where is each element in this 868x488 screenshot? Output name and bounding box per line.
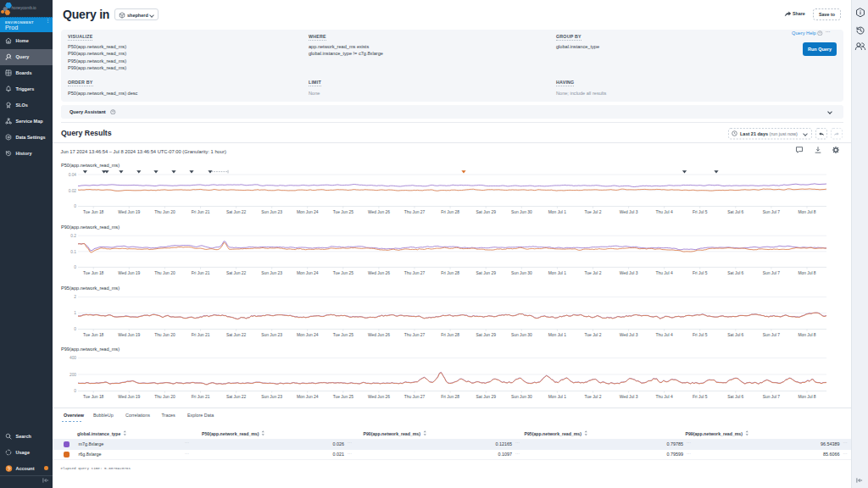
svg-text:Sun Jun 23: Sun Jun 23 [261, 271, 282, 275]
svg-text:P90(app.network_read_ms): P90(app.network_read_ms) [61, 225, 120, 230]
svg-text:Sat Jul 6: Sat Jul 6 [727, 210, 743, 214]
svg-text:Sun Jun 30: Sun Jun 30 [511, 271, 532, 275]
svg-text:Sat Jun 22: Sat Jun 22 [226, 210, 247, 214]
svg-text:Sun Jun 23: Sun Jun 23 [261, 395, 282, 399]
svg-text:Sun Jun 30: Sun Jun 30 [511, 395, 532, 399]
svg-text:Fri Jun 28: Fri Jun 28 [441, 271, 459, 275]
svg-text:Tue Jul 2: Tue Jul 2 [585, 395, 602, 399]
svg-text:Wed Jun 19: Wed Jun 19 [118, 333, 140, 337]
svg-text:Tue Jul 2: Tue Jul 2 [585, 210, 602, 214]
svg-text:Wed Jun 19: Wed Jun 19 [118, 395, 140, 399]
svg-text:Thu Jul 4: Thu Jul 4 [656, 271, 673, 275]
svg-text:Sat Jun 22: Sat Jun 22 [226, 333, 247, 337]
svg-text:Tue Jun 18: Tue Jun 18 [83, 271, 104, 275]
svg-text:Wed Jun 19: Wed Jun 19 [118, 271, 140, 275]
svg-text:Fri Jun 21: Fri Jun 21 [192, 271, 210, 275]
svg-text:Thu Jun 27: Thu Jun 27 [404, 271, 426, 275]
svg-text:Sun Jul 7: Sun Jul 7 [763, 271, 781, 275]
svg-text:Sun Jun 30: Sun Jun 30 [511, 210, 532, 214]
svg-text:Fri Jul 5: Fri Jul 5 [693, 333, 708, 337]
svg-text:0.2: 0.2 [70, 234, 76, 238]
svg-text:Tue Jun 18: Tue Jun 18 [83, 210, 104, 214]
svg-text:Sat Jun 29: Sat Jun 29 [476, 210, 497, 214]
svg-text:Tue Jun 25: Tue Jun 25 [333, 271, 354, 275]
svg-text:Fri Jul 5: Fri Jul 5 [693, 271, 708, 275]
svg-text:P99(app.network_read_ms): P99(app.network_read_ms) [61, 347, 120, 352]
svg-text:Sun Jul 7: Sun Jul 7 [763, 333, 781, 337]
svg-text:Fri Jun 21: Fri Jun 21 [192, 333, 210, 337]
svg-text:Fri Jun 21: Fri Jun 21 [192, 210, 210, 214]
svg-text:Fri Jul 5: Fri Jul 5 [693, 210, 708, 214]
svg-text:Tue Jun 25: Tue Jun 25 [333, 333, 354, 337]
svg-text:0.02: 0.02 [69, 189, 77, 193]
svg-text:Thu Jul 4: Thu Jul 4 [656, 210, 673, 214]
svg-text:Mon Jul 1: Mon Jul 1 [548, 395, 566, 399]
svg-text:Thu Jul 4: Thu Jul 4 [656, 395, 673, 399]
svg-text:Mon Jun 24: Mon Jun 24 [297, 271, 319, 275]
svg-text:Wed Jul 3: Wed Jul 3 [620, 271, 638, 275]
svg-text:Thu Jun 20: Thu Jun 20 [154, 395, 175, 399]
svg-text:Mon Jun 24: Mon Jun 24 [297, 395, 319, 399]
svg-text:Fri Jun 28: Fri Jun 28 [441, 333, 459, 337]
svg-text:Mon Jun 24: Mon Jun 24 [297, 210, 319, 214]
svg-text:Wed Jun 26: Wed Jun 26 [368, 333, 390, 337]
svg-text:Thu Jun 27: Thu Jun 27 [404, 210, 426, 214]
svg-text:0: 0 [74, 204, 76, 208]
svg-text:Sat Jul 6: Sat Jul 6 [727, 395, 743, 399]
svg-text:0.1: 0.1 [70, 250, 76, 254]
svg-text:Tue Jun 25: Tue Jun 25 [333, 210, 354, 214]
svg-text:Sat Jun 22: Sat Jun 22 [226, 271, 247, 275]
svg-text:Wed Jun 19: Wed Jun 19 [118, 210, 140, 214]
svg-text:Mon Jul 8: Mon Jul 8 [798, 210, 815, 214]
svg-text:Sun Jun 23: Sun Jun 23 [261, 333, 282, 337]
svg-text:Thu Jun 20: Thu Jun 20 [154, 271, 175, 275]
svg-text:2: 2 [74, 295, 76, 299]
svg-text:Thu Jul 4: Thu Jul 4 [656, 333, 673, 337]
svg-text:0: 0 [74, 389, 76, 393]
svg-text:Fri Jun 28: Fri Jun 28 [441, 210, 459, 214]
svg-text:Sun Jun 23: Sun Jun 23 [261, 210, 282, 214]
svg-text:Sun Jul 7: Sun Jul 7 [763, 210, 781, 214]
svg-text:Mon Jul 1: Mon Jul 1 [548, 271, 566, 275]
svg-text:Wed Jul 3: Wed Jul 3 [620, 210, 638, 214]
svg-text:400: 400 [70, 356, 76, 360]
svg-text:0: 0 [74, 265, 76, 269]
svg-text:Sat Jun 29: Sat Jun 29 [476, 333, 497, 337]
svg-text:Thu Jun 20: Thu Jun 20 [154, 210, 175, 214]
svg-text:Mon Jul 1: Mon Jul 1 [548, 333, 566, 337]
svg-text:Mon Jun 24: Mon Jun 24 [297, 333, 319, 337]
svg-text:Fri Jul 5: Fri Jul 5 [693, 395, 708, 399]
svg-text:Mon Jul 1: Mon Jul 1 [548, 210, 566, 214]
svg-text:Wed Jun 26: Wed Jun 26 [368, 271, 390, 275]
svg-text:Tue Jul 2: Tue Jul 2 [585, 271, 602, 275]
svg-text:Thu Jun 27: Thu Jun 27 [404, 333, 426, 337]
svg-text:1: 1 [74, 311, 76, 315]
svg-text:Fri Jun 21: Fri Jun 21 [192, 395, 210, 399]
svg-text:Wed Jun 26: Wed Jun 26 [368, 395, 390, 399]
svg-text:Mon Jul 8: Mon Jul 8 [798, 271, 815, 275]
svg-text:Wed Jun 26: Wed Jun 26 [368, 210, 390, 214]
svg-text:Mon Jul 8: Mon Jul 8 [798, 333, 815, 337]
svg-text:P95(app.network_read_ms): P95(app.network_read_ms) [61, 286, 120, 291]
svg-text:Sun Jun 30: Sun Jun 30 [511, 333, 532, 337]
svg-text:Fri Jun 28: Fri Jun 28 [441, 395, 459, 399]
svg-text:Sat Jun 22: Sat Jun 22 [226, 395, 247, 399]
svg-text:0.04: 0.04 [69, 173, 77, 177]
svg-text:Tue Jun 25: Tue Jun 25 [333, 395, 354, 399]
svg-text:Wed Jul 3: Wed Jul 3 [620, 395, 638, 399]
svg-text:Tue Jun 18: Tue Jun 18 [83, 395, 104, 399]
svg-text:Thu Jun 27: Thu Jun 27 [404, 395, 426, 399]
svg-text:Sat Jul 6: Sat Jul 6 [727, 271, 743, 275]
svg-text:Sat Jun 29: Sat Jun 29 [476, 271, 497, 275]
svg-text:Tue Jul 2: Tue Jul 2 [585, 333, 602, 337]
svg-text:Thu Jun 20: Thu Jun 20 [154, 333, 175, 337]
svg-text:Sat Jun 29: Sat Jun 29 [476, 395, 497, 399]
svg-text:Sun Jul 7: Sun Jul 7 [763, 395, 781, 399]
svg-text:Mon Jul 8: Mon Jul 8 [798, 395, 815, 399]
svg-text:Sat Jul 6: Sat Jul 6 [727, 333, 743, 337]
svg-text:0: 0 [74, 327, 76, 331]
svg-text:Wed Jul 3: Wed Jul 3 [620, 333, 638, 337]
svg-text:200: 200 [70, 373, 76, 377]
svg-text:Tue Jun 18: Tue Jun 18 [83, 333, 104, 337]
svg-text:P50(app.network_read_ms): P50(app.network_read_ms) [61, 163, 120, 168]
